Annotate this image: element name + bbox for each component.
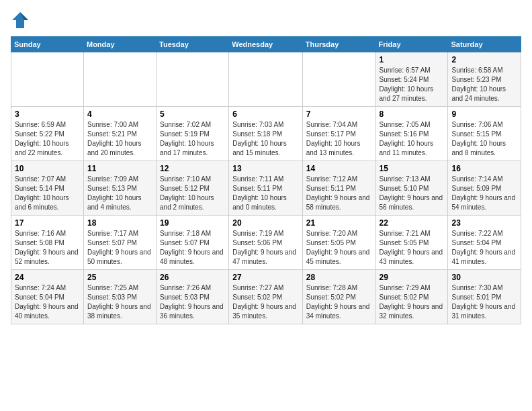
header-monday: Monday [83,37,156,52]
day-info: Sunrise: 7:22 AMSunset: 5:04 PMDaylight:… [451,229,517,267]
calendar-cell: 1Sunrise: 6:57 AMSunset: 5:24 PMDaylight… [375,52,448,107]
day-number: 14 [306,164,372,173]
day-info: Sunrise: 7:26 AMSunset: 5:03 PMDaylight:… [160,283,225,321]
day-number: 5 [160,109,225,119]
calendar-cell: 15Sunrise: 7:13 AMSunset: 5:10 PMDayligh… [375,161,448,216]
logo [11,11,32,30]
calendar-cell [229,52,303,107]
calendar-cell [83,52,156,107]
day-number: 25 [87,273,152,282]
calendar-cell: 30Sunrise: 7:30 AMSunset: 5:01 PMDayligh… [448,270,521,324]
calendar-cell: 3Sunrise: 6:59 AMSunset: 5:22 PMDaylight… [11,107,84,161]
day-number: 6 [232,109,299,119]
calendar-cell: 6Sunrise: 7:03 AMSunset: 5:18 PMDaylight… [229,107,303,161]
day-number: 7 [306,109,372,119]
calendar-week-4: 17Sunrise: 7:16 AMSunset: 5:08 PMDayligh… [11,216,521,270]
day-info: Sunrise: 7:07 AMSunset: 5:14 PMDaylight:… [15,175,80,212]
calendar-cell: 17Sunrise: 7:16 AMSunset: 5:08 PMDayligh… [11,216,84,270]
day-info: Sunrise: 7:12 AMSunset: 5:11 PMDaylight:… [306,175,372,212]
day-number: 20 [232,218,299,228]
day-number: 4 [87,109,152,119]
day-info: Sunrise: 7:03 AMSunset: 5:18 PMDaylight:… [232,120,299,158]
calendar-cell: 12Sunrise: 7:10 AMSunset: 5:12 PMDayligh… [157,161,229,216]
page-header [11,11,521,30]
day-number: 11 [87,164,152,173]
day-number: 21 [306,218,372,228]
calendar-header-row: SundayMondayTuesdayWednesdayThursdayFrid… [11,37,521,52]
day-info: Sunrise: 7:17 AMSunset: 5:07 PMDaylight:… [87,229,152,267]
day-info: Sunrise: 7:27 AMSunset: 5:02 PMDaylight:… [232,283,299,321]
day-info: Sunrise: 7:24 AMSunset: 5:04 PMDaylight:… [15,283,80,321]
day-number: 30 [451,273,517,282]
calendar-cell: 18Sunrise: 7:17 AMSunset: 5:07 PMDayligh… [83,216,156,270]
day-number: 9 [451,109,517,119]
calendar-cell: 5Sunrise: 7:02 AMSunset: 5:19 PMDaylight… [157,107,229,161]
header-wednesday: Wednesday [229,37,303,52]
calendar-cell: 7Sunrise: 7:04 AMSunset: 5:17 PMDaylight… [302,107,375,161]
calendar-cell: 20Sunrise: 7:19 AMSunset: 5:06 PMDayligh… [229,216,303,270]
calendar-week-3: 10Sunrise: 7:07 AMSunset: 5:14 PMDayligh… [11,161,521,216]
calendar-cell: 9Sunrise: 7:06 AMSunset: 5:15 PMDaylight… [448,107,521,161]
day-number: 28 [306,273,372,282]
day-number: 16 [451,164,517,173]
day-info: Sunrise: 7:16 AMSunset: 5:08 PMDaylight:… [15,229,80,267]
day-number: 18 [87,218,152,228]
day-info: Sunrise: 7:14 AMSunset: 5:09 PMDaylight:… [451,175,517,212]
calendar-week-2: 3Sunrise: 6:59 AMSunset: 5:22 PMDaylight… [11,107,521,161]
day-number: 24 [15,273,80,282]
calendar-cell [11,52,84,107]
day-number: 8 [379,109,444,119]
day-info: Sunrise: 7:11 AMSunset: 5:11 PMDaylight:… [232,175,299,212]
day-info: Sunrise: 7:30 AMSunset: 5:01 PMDaylight:… [451,283,517,321]
header-tuesday: Tuesday [157,37,229,52]
calendar-cell: 21Sunrise: 7:20 AMSunset: 5:05 PMDayligh… [302,216,375,270]
day-number: 12 [160,164,225,173]
day-number: 17 [15,218,80,228]
day-info: Sunrise: 7:20 AMSunset: 5:05 PMDaylight:… [306,229,372,267]
calendar-cell: 11Sunrise: 7:09 AMSunset: 5:13 PMDayligh… [83,161,156,216]
calendar: SundayMondayTuesdayWednesdayThursdayFrid… [11,36,521,324]
day-info: Sunrise: 7:25 AMSunset: 5:03 PMDaylight:… [87,283,152,321]
day-info: Sunrise: 7:10 AMSunset: 5:12 PMDaylight:… [160,175,225,212]
logo-icon [11,11,30,30]
calendar-cell: 29Sunrise: 7:29 AMSunset: 5:02 PMDayligh… [375,270,448,324]
day-number: 26 [160,273,225,282]
calendar-cell: 4Sunrise: 7:00 AMSunset: 5:21 PMDaylight… [83,107,156,161]
calendar-cell [302,52,375,107]
header-sunday: Sunday [11,37,84,52]
calendar-cell: 22Sunrise: 7:21 AMSunset: 5:05 PMDayligh… [375,216,448,270]
calendar-cell: 14Sunrise: 7:12 AMSunset: 5:11 PMDayligh… [302,161,375,216]
calendar-cell: 28Sunrise: 7:28 AMSunset: 5:02 PMDayligh… [302,270,375,324]
day-info: Sunrise: 6:57 AMSunset: 5:24 PMDaylight:… [379,66,444,103]
header-friday: Friday [375,37,448,52]
calendar-cell: 24Sunrise: 7:24 AMSunset: 5:04 PMDayligh… [11,270,84,324]
day-number: 2 [451,55,517,64]
calendar-cell: 19Sunrise: 7:18 AMSunset: 5:07 PMDayligh… [157,216,229,270]
day-info: Sunrise: 7:13 AMSunset: 5:10 PMDaylight:… [379,175,444,212]
day-info: Sunrise: 6:59 AMSunset: 5:22 PMDaylight:… [15,120,80,158]
day-number: 29 [379,273,444,282]
day-number: 27 [232,273,299,282]
day-info: Sunrise: 7:04 AMSunset: 5:17 PMDaylight:… [306,120,372,158]
day-info: Sunrise: 7:19 AMSunset: 5:06 PMDaylight:… [232,229,299,267]
day-number: 13 [232,164,299,173]
day-info: Sunrise: 7:05 AMSunset: 5:16 PMDaylight:… [379,120,444,158]
day-info: Sunrise: 7:21 AMSunset: 5:05 PMDaylight:… [379,229,444,267]
day-info: Sunrise: 7:00 AMSunset: 5:21 PMDaylight:… [87,120,152,158]
calendar-cell: 10Sunrise: 7:07 AMSunset: 5:14 PMDayligh… [11,161,84,216]
day-info: Sunrise: 7:06 AMSunset: 5:15 PMDaylight:… [451,120,517,158]
calendar-cell: 16Sunrise: 7:14 AMSunset: 5:09 PMDayligh… [448,161,521,216]
calendar-cell: 23Sunrise: 7:22 AMSunset: 5:04 PMDayligh… [448,216,521,270]
header-thursday: Thursday [302,37,375,52]
calendar-cell: 27Sunrise: 7:27 AMSunset: 5:02 PMDayligh… [229,270,303,324]
calendar-cell: 13Sunrise: 7:11 AMSunset: 5:11 PMDayligh… [229,161,303,216]
day-info: Sunrise: 7:02 AMSunset: 5:19 PMDaylight:… [160,120,225,158]
day-info: Sunrise: 7:29 AMSunset: 5:02 PMDaylight:… [379,283,444,321]
day-number: 22 [379,218,444,228]
calendar-cell: 26Sunrise: 7:26 AMSunset: 5:03 PMDayligh… [157,270,229,324]
calendar-cell: 2Sunrise: 6:58 AMSunset: 5:23 PMDaylight… [448,52,521,107]
day-number: 15 [379,164,444,173]
day-number: 10 [15,164,80,173]
calendar-cell [157,52,229,107]
calendar-week-1: 1Sunrise: 6:57 AMSunset: 5:24 PMDaylight… [11,52,521,107]
